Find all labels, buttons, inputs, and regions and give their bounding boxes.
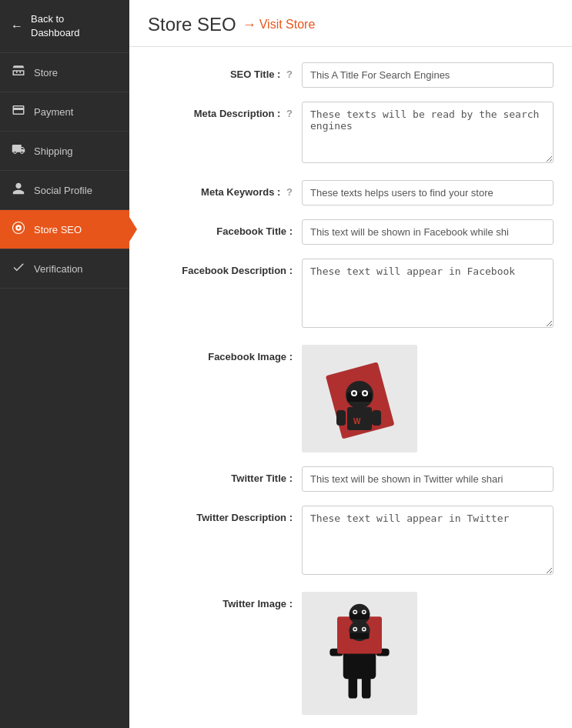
svg-rect-25 — [350, 633, 369, 639]
sidebar-item-shipping-label: Shipping — [34, 145, 73, 157]
svg-rect-15 — [362, 676, 371, 698]
twitter-title-input-wrap — [302, 466, 554, 492]
twitter-title-input[interactable] — [302, 466, 554, 492]
arrow-separator: → — [243, 17, 256, 33]
back-to-dashboard[interactable]: ← Back to Dashboard — [0, 0, 129, 53]
svg-point-24 — [363, 628, 365, 630]
svg-text:W: W — [353, 417, 361, 426]
meta-desc-label: Meta Description : ? — [148, 102, 302, 119]
sidebar-item-social-profile-label: Social Profile — [34, 185, 92, 196]
svg-rect-14 — [349, 676, 358, 698]
twitter-image-wrap — [302, 592, 554, 715]
facebook-title-input-wrap — [302, 219, 554, 245]
svg-point-8 — [353, 392, 356, 395]
sidebar-item-verification-label: Verification — [34, 263, 83, 275]
meta-keywords-row: Meta Keywords : ? — [148, 180, 554, 205]
svg-point-31 — [363, 610, 365, 613]
svg-rect-27 — [350, 613, 369, 619]
seo-title-input-wrap — [302, 62, 554, 88]
svg-rect-13 — [372, 410, 381, 426]
twitter-title-label: Twitter Title : — [148, 466, 302, 484]
facebook-desc-input-wrap — [302, 259, 554, 331]
main-content: Store SEO → Visit Store SEO Title : ? Me… — [129, 0, 572, 728]
sidebar-item-store-seo[interactable]: Store SEO — [0, 210, 129, 249]
sidebar-item-payment[interactable]: Payment — [0, 92, 129, 132]
meta-keywords-label: Meta Keywords : ? — [148, 180, 302, 198]
meta-keywords-input[interactable] — [302, 180, 554, 205]
meta-desc-help-icon[interactable]: ? — [286, 108, 293, 119]
form-area: SEO Title : ? Meta Description : ? Meta … — [129, 47, 572, 728]
meta-keywords-input-wrap — [302, 180, 554, 205]
facebook-title-label: Facebook Title : — [148, 219, 302, 237]
back-arrow-icon: ← — [11, 19, 23, 33]
twitter-image-row: Twitter Image : — [148, 592, 554, 715]
sidebar: ← Back to Dashboard Store Payment Shippi… — [0, 0, 129, 728]
seo-title-input[interactable] — [302, 62, 554, 88]
page-title: Store SEO — [148, 14, 236, 35]
sidebar-item-store-label: Store — [34, 67, 58, 78]
twitter-desc-row: Twitter Description : — [148, 506, 554, 578]
verification-icon — [11, 260, 26, 277]
meta-desc-input[interactable] — [302, 102, 554, 163]
facebook-title-row: Facebook Title : — [148, 219, 554, 245]
back-label: Back to Dashboard — [31, 12, 80, 40]
facebook-title-input[interactable] — [302, 219, 554, 245]
svg-point-2 — [18, 227, 20, 229]
sidebar-item-shipping[interactable]: Shipping — [0, 132, 129, 171]
twitter-image-label: Twitter Image : — [148, 592, 302, 609]
facebook-desc-row: Facebook Description : — [148, 259, 554, 331]
twitter-image-placeholder[interactable] — [302, 592, 417, 715]
sidebar-item-verification[interactable]: Verification — [0, 249, 129, 289]
seo-title-label: SEO Title : ? — [148, 62, 302, 80]
twitter-desc-input-wrap — [302, 506, 554, 578]
store-seo-icon — [11, 221, 26, 238]
sidebar-item-store-seo-label: Store SEO — [34, 224, 82, 235]
store-icon — [11, 64, 26, 81]
sidebar-item-store[interactable]: Store — [0, 53, 129, 92]
svg-rect-12 — [336, 410, 346, 426]
twitter-desc-input[interactable] — [302, 506, 554, 575]
page-header: Store SEO → Visit Store — [129, 0, 572, 47]
seo-title-help-icon[interactable]: ? — [286, 68, 293, 80]
facebook-desc-label: Facebook Description : — [148, 259, 302, 276]
facebook-image-row: Facebook Image : — [148, 345, 554, 452]
meta-desc-input-wrap — [302, 102, 554, 166]
shipping-icon — [11, 142, 26, 159]
sidebar-item-social-profile[interactable]: Social Profile — [0, 171, 129, 210]
payment-icon — [11, 103, 26, 120]
meta-keywords-help-icon[interactable]: ? — [286, 186, 293, 198]
sidebar-item-payment-label: Payment — [34, 106, 73, 118]
social-profile-icon — [11, 182, 26, 199]
meta-desc-row: Meta Description : ? — [148, 102, 554, 166]
twitter-desc-label: Twitter Description : — [148, 506, 302, 523]
svg-rect-5 — [347, 392, 372, 402]
svg-point-23 — [354, 628, 356, 630]
facebook-image-label: Facebook Image : — [148, 345, 302, 362]
svg-point-9 — [363, 392, 366, 395]
svg-point-30 — [354, 610, 356, 613]
visit-store-link[interactable]: Visit Store — [259, 18, 316, 32]
seo-title-row: SEO Title : ? — [148, 62, 554, 88]
facebook-image-placeholder[interactable]: W — [302, 345, 417, 452]
facebook-desc-input[interactable] — [302, 259, 554, 328]
twitter-title-row: Twitter Title : — [148, 466, 554, 492]
facebook-image-wrap: W — [302, 345, 554, 452]
